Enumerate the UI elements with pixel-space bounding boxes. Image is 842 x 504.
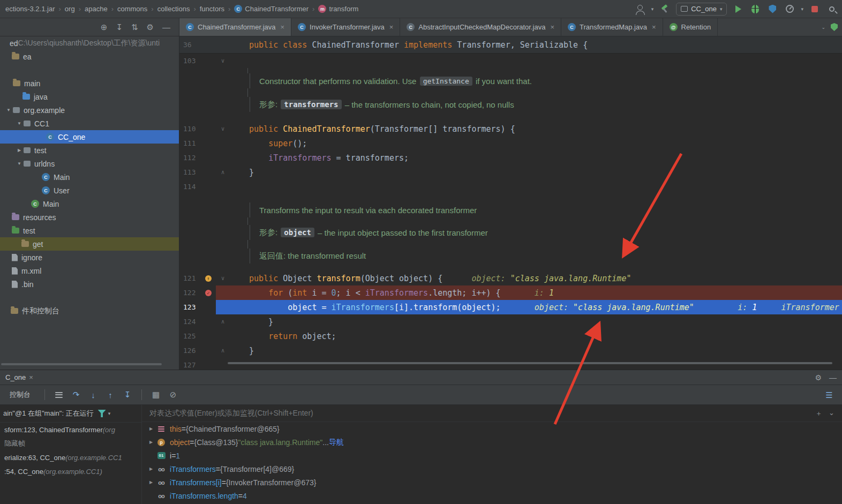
project-tree-item[interactable]: ▼urldns <box>0 157 179 170</box>
code-line-124[interactable]: 124∧ } <box>179 314 842 329</box>
code-line-103[interactable]: 103∨ <box>179 54 842 68</box>
project-tree-item[interactable]: ea <box>0 50 179 63</box>
project-tree-item[interactable]: resources <box>0 210 179 224</box>
code-editor[interactable]: 36public class ChainedTransformer implem… <box>179 36 842 370</box>
line-number[interactable]: 110 <box>179 125 201 133</box>
line-number[interactable]: 103 <box>179 57 201 65</box>
editor-horizontal-scrollbar[interactable] <box>228 362 832 364</box>
user-icon[interactable] <box>634 3 646 15</box>
breadcrumb-item[interactable]: functors <box>198 4 227 14</box>
chevron-down-icon[interactable]: ▼ <box>15 161 24 166</box>
close-icon[interactable]: × <box>389 23 394 31</box>
project-tree-item[interactable]: ignore <box>0 251 179 264</box>
code-line-111[interactable]: 111 super(); <box>179 136 842 151</box>
inspections-shield-icon[interactable] <box>831 23 838 31</box>
editor-tab[interactable]: CTransformedMap.java× <box>561 18 663 36</box>
expand-chevron-icon[interactable]: ▶ <box>146 426 156 431</box>
evaluate-expression-bar[interactable]: 对表达式求值(Enter)或添加监视(Ctrl+Shift+Enter) ＋ ⌄ <box>142 405 842 422</box>
step-out-icon[interactable]: ↑ <box>103 388 118 401</box>
scroll-to-source-icon[interactable]: ⇅ <box>131 22 138 32</box>
stop-button[interactable] <box>809 3 821 15</box>
breadcrumb-item[interactable]: apache <box>82 4 110 14</box>
chevron-right-icon[interactable]: ▶ <box>15 148 24 153</box>
code-line-123[interactable]: 123 object = iTransformers[i].transform(… <box>179 300 842 314</box>
layout-menu-icon[interactable] <box>51 388 66 401</box>
collapse-all-icon[interactable]: ↧ <box>116 22 123 32</box>
hide-panel-icon[interactable]: — <box>162 22 170 32</box>
project-tree-item[interactable]: ▼org.example <box>0 103 179 117</box>
build-hammer-icon[interactable] <box>659 3 671 15</box>
debug-settings-gear-icon[interactable]: ⚙ <box>815 373 822 382</box>
project-tree-item[interactable]: get <box>0 237 179 251</box>
method-breakpoint-icon[interactable]: ↑ <box>201 275 216 282</box>
hidden-tabs-chevron-down-icon[interactable]: ⌄ <box>821 25 825 30</box>
breakpoint-icon[interactable]: ✓ <box>201 290 216 296</box>
eval-chevron-down-icon[interactable]: ⌄ <box>829 409 835 418</box>
stack-frame-row[interactable]: sform:123, ChainedTransformer (org <box>0 423 141 437</box>
project-horizontal-scrollbar[interactable] <box>1 363 162 365</box>
debug-hide-icon[interactable]: — <box>829 373 837 382</box>
code-line-125[interactable]: 125 return object; <box>179 329 842 343</box>
variable-row[interactable]: ooiTransformers.length = 4 <box>142 489 842 502</box>
expand-chevron-icon[interactable]: ▶ <box>146 467 156 471</box>
run-config-select[interactable]: CC_one ▾ <box>676 3 727 16</box>
code-line-36[interactable]: 36public class ChainedTransformer implem… <box>179 37 588 52</box>
code-line-122[interactable]: 122✓ for (int i = 0; i < iTransformers.l… <box>179 285 842 300</box>
project-tree-item[interactable]: ed C:\Users\qiushanth\Desktop\工作\资源\unti <box>0 36 179 50</box>
fold-marker-icon[interactable]: ∧ <box>216 347 230 354</box>
project-tree-item[interactable]: CUser <box>0 184 179 197</box>
fold-marker-icon[interactable]: ∨ <box>216 57 230 64</box>
navigate-link[interactable]: 导航 <box>329 438 344 447</box>
debug-session-tab[interactable]: C_one × <box>5 373 33 381</box>
project-tree-item[interactable]: 件和控制台 <box>0 304 179 318</box>
expand-chevron-icon[interactable]: ▶ <box>146 480 156 485</box>
breadcrumb-item[interactable]: org <box>63 4 77 14</box>
code-line-112[interactable]: 112 iTransformers = transformers; <box>179 151 842 165</box>
project-tree-item[interactable]: m.xml <box>0 264 179 277</box>
variable-row[interactable]: ▶ooiTransformers[i] = {InvokerTransforme… <box>142 476 842 489</box>
project-tree-item[interactable]: .bin <box>0 277 179 291</box>
project-tree-item[interactable]: ▼CC1 <box>0 117 179 130</box>
line-number[interactable]: 112 <box>179 154 201 162</box>
project-tree-item[interactable]: java <box>0 90 179 103</box>
line-number[interactable]: 126 <box>179 347 201 355</box>
breadcrumb-item[interactable]: ections-3.2.1.jar <box>3 4 57 14</box>
editor-tab[interactable]: @Retention <box>663 18 718 36</box>
console-tab[interactable]: 控制台 <box>5 390 38 400</box>
search-icon[interactable] <box>826 3 838 15</box>
line-number[interactable]: 127 <box>179 361 201 369</box>
project-tree-item[interactable]: test <box>0 224 179 237</box>
code-line-121[interactable]: 121↑∨public Object transform(Object obje… <box>179 271 842 285</box>
code-line-110[interactable]: 110∨public ChainedTransformer(Transforme… <box>179 122 842 136</box>
code-line-126[interactable]: 126∧} <box>179 343 842 358</box>
filter-funnel-icon[interactable] <box>98 410 106 417</box>
locate-file-icon[interactable]: ⊕ <box>101 22 108 32</box>
line-number[interactable]: 36 <box>179 41 201 49</box>
breakpoint-dot-icon[interactable]: ✓ <box>205 290 212 296</box>
close-icon[interactable]: × <box>280 23 284 31</box>
fold-marker-icon[interactable]: ∧ <box>216 169 230 176</box>
close-icon[interactable]: × <box>652 23 656 31</box>
project-tree-item[interactable]: CCC_one <box>0 130 179 144</box>
line-number[interactable]: 111 <box>179 139 201 147</box>
threads-combo[interactable]: ain"@1 在组"main": 正在运行 ▾ <box>0 405 141 423</box>
variable-row[interactable]: 01i = 1 <box>142 449 842 462</box>
line-number[interactable]: 121 <box>179 274 201 282</box>
more-run-options-chevron-icon[interactable]: ▾ <box>801 6 803 12</box>
expand-chevron-icon[interactable]: ▶ <box>146 440 156 445</box>
gear-icon[interactable]: ⚙ <box>147 22 154 32</box>
line-number[interactable]: 123 <box>179 303 201 311</box>
fold-marker-icon[interactable]: ∧ <box>216 318 230 325</box>
line-number[interactable]: 125 <box>179 332 201 340</box>
stack-frame-row[interactable]: erialize:63, CC_one (org.example.CC1 <box>0 450 141 464</box>
step-over-icon[interactable]: ↷ <box>69 388 84 401</box>
breadcrumb-item[interactable]: collections <box>155 4 192 14</box>
project-tree-item[interactable]: ▶test <box>0 144 179 157</box>
editor-tab[interactable]: CChainedTransformer.java× <box>179 18 291 36</box>
breadcrumb-item[interactable]: CChainedTransformer <box>232 4 311 14</box>
breadcrumb-item[interactable]: mtransform <box>316 4 360 14</box>
variable-row[interactable]: ▶this = {ChainedTransformer@665} <box>142 422 842 435</box>
project-tree-item[interactable]: CMain <box>0 170 179 184</box>
profiler-button[interactable] <box>784 3 795 15</box>
close-icon[interactable]: × <box>29 373 33 381</box>
